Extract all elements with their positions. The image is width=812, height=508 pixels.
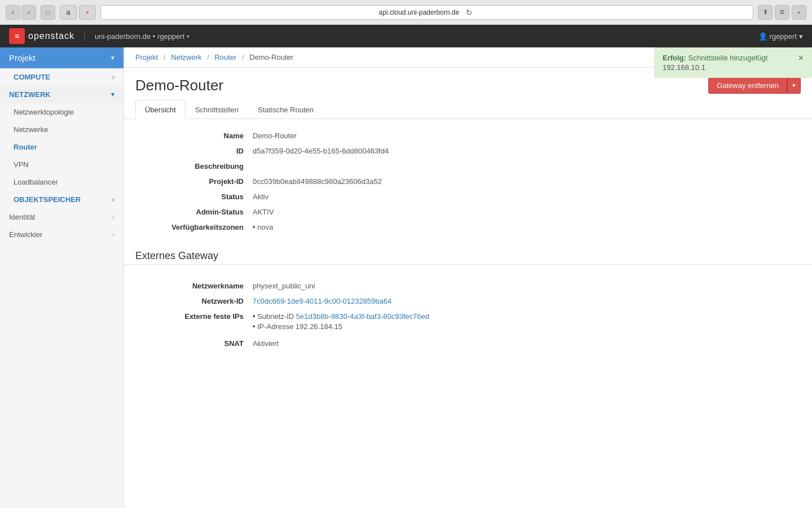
- field-value-externe-feste-ips: Subnetz-ID 5e1d3b8b-9830-4a3f-baf3-80c93…: [248, 309, 801, 336]
- field-value-admin-status: AKTIV: [248, 204, 801, 220]
- new-tab-button[interactable]: ⧉: [775, 5, 789, 20]
- user-menu[interactable]: 👤 rgeppert ▾: [758, 32, 803, 41]
- sidebar-netzwerke-label: Netzwerke: [14, 125, 48, 134]
- field-value-verfuegbarkeitszonen: nova: [248, 220, 801, 237]
- sidebar-router-label: Router: [14, 143, 37, 151]
- field-label-projekt-id: Projekt-ID: [135, 174, 248, 189]
- back-button[interactable]: ‹: [6, 5, 20, 20]
- field-label-name: Name: [135, 128, 248, 143]
- table-row: ID d5a7f359-0d20-4e55-b165-6dd800463fd4: [135, 143, 801, 159]
- other-favicon[interactable]: ●: [79, 5, 96, 20]
- field-label-netzwerkname: Netzwerkname: [135, 278, 248, 294]
- logo: ≡ openstack: [9, 28, 74, 44]
- share-button[interactable]: ⬆: [758, 5, 773, 20]
- sidebar-compute-caret: ›: [112, 73, 114, 81]
- bookmarks-bar: a ●: [60, 5, 96, 20]
- gateway-entfernen-button[interactable]: Gateway entfernen: [708, 77, 787, 94]
- sidebar-netzwerk-caret: ▾: [111, 91, 114, 98]
- tab-uebersicht[interactable]: Übersicht: [135, 100, 186, 119]
- field-value-projekt-id: 0cc039b0eab849888c980a23606d3a52: [248, 174, 801, 189]
- amazon-favicon[interactable]: a: [60, 5, 77, 20]
- field-label-status: Status: [135, 189, 248, 204]
- netzwerk-id-link[interactable]: 7c0dc669-1de9-4011-9c00-01232859ba64: [253, 297, 392, 305]
- sidebar-projekt-label: Projekt: [9, 53, 36, 63]
- sidebar-projekt-header[interactable]: Projekt ▾: [0, 47, 123, 68]
- field-label-id: ID: [135, 143, 248, 159]
- notification-close-button[interactable]: ×: [798, 54, 804, 63]
- url-bar[interactable]: api.cloud.uni-paderborn.de ↻: [100, 5, 753, 20]
- forward-button[interactable]: ›: [21, 5, 36, 20]
- table-row: Projekt-ID 0cc039b0eab849888c980a23606d3…: [135, 174, 801, 189]
- overview-section: Name Demo-Router ID d5a7f359-0d20-4e55-b…: [124, 119, 812, 246]
- sidebar-vpn-label: VPN: [14, 160, 29, 169]
- notification-ip: 192.168.10.1: [663, 63, 794, 72]
- notification-message: Schnittstelle hinzugefügt: [689, 54, 768, 62]
- page-actions: Gateway entfernen ▾: [708, 77, 801, 94]
- logo-icon: ≡: [9, 28, 25, 44]
- sidebar-item-loadbalancer[interactable]: Loadbalancer: [0, 173, 123, 191]
- sidebar-netzwerktopologie-label: Netzwerktopologie: [14, 108, 74, 116]
- breadcrumb-current: Demo-Router: [249, 53, 293, 62]
- sidebar-objektspeicher-label: OBJEKTSPEICHER: [14, 195, 81, 204]
- sidebar-item-router[interactable]: Router: [0, 138, 123, 156]
- gateway-section: Externes Gateway Netzwerkname physext_pu…: [124, 246, 812, 360]
- table-row: Name Demo-Router: [135, 128, 801, 143]
- breadcrumb-projekt[interactable]: Projekt: [135, 53, 158, 62]
- field-value-beschreibung: [248, 159, 801, 174]
- field-value-snat: Aktiviert: [248, 336, 801, 351]
- field-value-netzwerkname: physext_public_uni: [248, 278, 801, 294]
- sidebar-item-netzwerktopologie[interactable]: Netzwerktopologie: [0, 103, 123, 121]
- sidebar-entwickler-caret: ›: [112, 230, 114, 239]
- table-row: SNAT Aktiviert: [135, 336, 801, 351]
- tab-schnittstellen[interactable]: Schnittstellen: [186, 100, 248, 119]
- sidebar-item-objektspeicher[interactable]: OBJEKTSPEICHER ›: [0, 191, 123, 208]
- content-area: Erfolg: Schnittstelle hinzugefügt 192.16…: [124, 47, 812, 508]
- table-row: Beschreibung: [135, 159, 801, 174]
- list-item-subnet: Subnetz-ID 5e1d3b8b-9830-4a3f-baf3-80c93…: [253, 312, 796, 321]
- list-item-ip: IP-Adresse 192.26.184.15: [253, 322, 796, 331]
- subnet-id-link[interactable]: 5e1d3b8b-9830-4a3f-baf3-80c93fec76ed: [296, 312, 429, 321]
- user-label: rgeppert: [770, 32, 797, 41]
- browser-chrome: ‹ › □ a ● api.cloud.uni-paderborn.de ↻ ⬆…: [0, 0, 812, 25]
- gateway-detail-section: Netzwerkname physext_public_uni Netzwerk…: [124, 269, 812, 360]
- field-label-beschreibung: Beschreibung: [135, 159, 248, 174]
- table-row: Netzwerkname physext_public_uni: [135, 278, 801, 294]
- list-item: nova: [253, 223, 796, 231]
- sidebar-projekt-caret: ▾: [111, 54, 114, 62]
- table-row: Status Aktiv: [135, 189, 801, 204]
- field-label-snat: SNAT: [135, 336, 248, 351]
- tab-view-button[interactable]: □: [41, 5, 55, 20]
- sidebar-item-compute[interactable]: COMPUTE ›: [0, 68, 123, 86]
- sidebar-loadbalancer-label: Loadbalancer: [14, 178, 58, 186]
- sidebar-item-netzwerke[interactable]: Netzwerke: [0, 121, 123, 138]
- field-value-name: Demo-Router: [248, 128, 801, 143]
- sidebar-objektspeicher-caret: ›: [112, 195, 114, 204]
- project-selector-caret: ▾: [187, 33, 189, 40]
- sidebar-compute-label: COMPUTE: [14, 73, 50, 81]
- gateway-section-title: Externes Gateway: [124, 246, 812, 265]
- tab-statische-routen[interactable]: Statische Routen: [248, 100, 323, 119]
- project-selector[interactable]: uni-paderborn.de • rgeppert ▾: [95, 32, 189, 41]
- sidebar-item-vpn[interactable]: VPN: [0, 156, 123, 173]
- sidebar-netzwerk-header[interactable]: NETZWERK ▾: [0, 86, 123, 103]
- breadcrumb-netzwerk[interactable]: Netzwerk: [171, 53, 201, 62]
- sidebar-item-entwickler[interactable]: Entwickler ›: [0, 226, 123, 243]
- notification-content: Erfolg: Schnittstelle hinzugefügt 192.16…: [663, 54, 794, 72]
- field-label-externe-feste-ips: Externe feste IPs: [135, 309, 248, 336]
- field-label-admin-status: Admin-Status: [135, 204, 248, 220]
- project-selector-label: uni-paderborn.de • rgeppert: [95, 32, 184, 41]
- field-value-netzwerk-id: 7c0dc669-1de9-4011-9c00-01232859ba64: [248, 294, 801, 309]
- user-icon: 👤: [758, 32, 767, 41]
- breadcrumb-router[interactable]: Router: [214, 53, 236, 62]
- gateway-detail-table: Netzwerkname physext_public_uni Netzwerk…: [135, 278, 801, 351]
- refresh-button[interactable]: ↻: [464, 7, 475, 18]
- table-row: Externe feste IPs Subnetz-ID 5e1d3b8b-98…: [135, 309, 801, 336]
- sidebar-item-identitaet[interactable]: Identität ›: [0, 208, 123, 226]
- gateway-dropdown-button[interactable]: ▾: [787, 77, 801, 94]
- notification-title: Erfolg:: [663, 54, 686, 62]
- sidebar-identitaet-caret: ›: [112, 213, 114, 221]
- more-button[interactable]: +: [792, 5, 806, 20]
- field-label-verfuegbarkeitszonen: Verfügbarkeitszonen: [135, 220, 248, 237]
- sidebar-netzwerk-label: NETZWERK: [9, 90, 51, 99]
- field-value-id: d5a7f359-0d20-4e55-b165-6dd800463fd4: [248, 143, 801, 159]
